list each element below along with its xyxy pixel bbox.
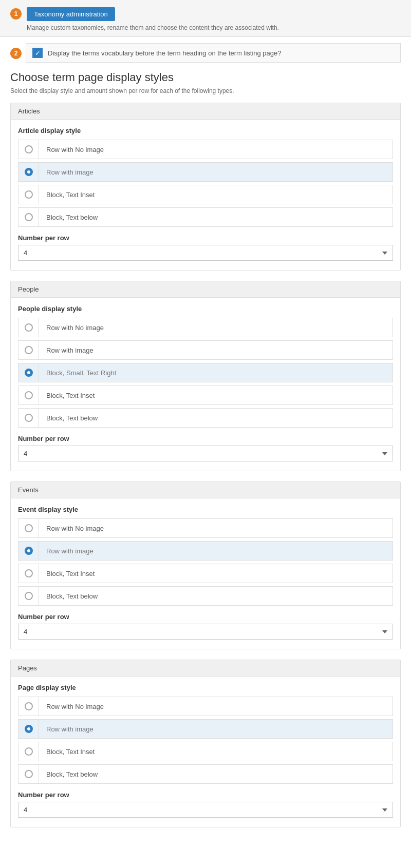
taxonomy-subtitle: Manage custom taxonomies, rename them an… (27, 24, 401, 31)
sections-container: ArticlesArticle display styleRow with No… (10, 103, 401, 827)
radio-text-articles-no-image: Row with No image (39, 146, 111, 153)
style-label-articles: Article display style (18, 127, 393, 134)
radio-option-articles-text-inset[interactable]: Block, Text Inset (18, 185, 393, 204)
radio-icon-pages-text-inset (18, 742, 39, 761)
radio-icon-pages-no-image (18, 697, 39, 716)
number-select-people[interactable]: 123456 (18, 446, 393, 461)
page-description: Select the display style and amount show… (10, 87, 401, 94)
radio-option-people-small-text-right[interactable]: Block, Small, Text Right (18, 363, 393, 382)
section-body-people: People display styleRow with No imageRow… (11, 298, 400, 471)
radio-option-pages-text-inset[interactable]: Block, Text Inset (18, 742, 393, 761)
number-per-row-events: Number per row123456 (18, 613, 393, 640)
section-articles: ArticlesArticle display styleRow with No… (10, 103, 401, 271)
number-select-pages[interactable]: 123456 (18, 802, 393, 818)
vocabulary-checkbox-row[interactable]: Display the terms vocabulary before the … (26, 43, 401, 63)
radio-circle-people-text-inset (25, 391, 33, 399)
radio-circle-events-no-image (25, 524, 33, 532)
radio-option-pages-no-image[interactable]: Row with No image (18, 697, 393, 716)
section-header-pages: Pages (11, 660, 400, 677)
radio-icon-pages-text-below (18, 765, 39, 783)
radio-text-people-with-image: Row with image (39, 346, 101, 354)
radio-circle-events-text-below (25, 592, 33, 600)
section-body-articles: Article display styleRow with No imageRo… (11, 120, 400, 270)
section-header-events: Events (11, 482, 400, 498)
section-body-events: Event display styleRow with No imageRow … (11, 498, 400, 649)
step-badge-2: 2 (10, 48, 22, 59)
radio-option-people-text-below[interactable]: Block, Text below (18, 408, 393, 428)
radio-option-events-with-image[interactable]: Row with image (18, 541, 393, 561)
radio-icon-people-small-text-right (18, 363, 39, 382)
radio-option-pages-with-image[interactable]: Row with image (18, 719, 393, 739)
radio-text-events-text-below: Block, Text below (39, 592, 105, 600)
radio-icon-pages-with-image (18, 720, 39, 738)
number-select-events[interactable]: 123456 (18, 624, 393, 640)
radio-option-articles-with-image[interactable]: Row with image (18, 162, 393, 182)
radio-circle-articles-with-image (25, 168, 33, 176)
style-label-events: Event display style (18, 506, 393, 513)
radio-text-people-text-below: Block, Text below (39, 414, 105, 422)
radio-icon-people-text-below (18, 409, 39, 427)
radio-icon-articles-text-below (18, 208, 39, 226)
radio-option-people-with-image[interactable]: Row with image (18, 340, 393, 360)
section-body-pages: Page display styleRow with No imageRow w… (11, 677, 400, 827)
number-select-articles[interactable]: 123456 (18, 245, 393, 261)
radio-icon-people-text-inset (18, 386, 39, 404)
radio-circle-pages-text-inset (25, 747, 33, 756)
section-events: EventsEvent display styleRow with No ima… (10, 481, 401, 649)
radio-text-pages-text-below: Block, Text below (39, 770, 105, 778)
radio-icon-articles-no-image (18, 140, 39, 159)
radio-circle-events-text-inset (25, 569, 33, 577)
radio-text-people-no-image: Row with No image (39, 324, 111, 332)
radio-text-people-text-inset: Block, Text Inset (39, 392, 102, 399)
section-pages: PagesPage display styleRow with No image… (10, 660, 401, 827)
radio-circle-people-text-below (25, 414, 33, 422)
radio-option-events-text-inset[interactable]: Block, Text Inset (18, 564, 393, 583)
radio-option-articles-no-image[interactable]: Row with No image (18, 140, 393, 159)
radio-option-events-no-image[interactable]: Row with No image (18, 518, 393, 538)
section-header-articles: Articles (11, 103, 400, 120)
page-title: Choose term page display styles (10, 71, 401, 84)
radio-text-pages-no-image: Row with No image (39, 703, 111, 710)
radio-icon-events-text-below (18, 587, 39, 605)
radio-circle-articles-text-below (25, 213, 33, 221)
number-label-events: Number per row (18, 613, 393, 621)
radio-circle-people-small-text-right (25, 369, 33, 377)
number-label-people: Number per row (18, 435, 393, 442)
radio-icon-events-text-inset (18, 564, 39, 583)
radio-icon-events-no-image (18, 519, 39, 537)
radio-circle-articles-text-inset (25, 190, 33, 199)
radio-option-people-no-image[interactable]: Row with No image (18, 318, 393, 337)
number-per-row-people: Number per row123456 (18, 435, 393, 461)
radio-option-people-text-inset[interactable]: Block, Text Inset (18, 385, 393, 405)
radio-text-articles-with-image: Row with image (39, 168, 101, 176)
radio-icon-people-with-image (18, 341, 39, 359)
vocabulary-checkbox-label: Display the terms vocabulary before the … (48, 49, 282, 57)
radio-option-pages-text-below[interactable]: Block, Text below (18, 764, 393, 784)
step-badge-1: 1 (10, 8, 22, 20)
style-label-pages: Page display style (18, 684, 393, 691)
radio-text-events-text-inset: Block, Text Inset (39, 570, 102, 577)
number-per-row-pages: Number per row123456 (18, 791, 393, 818)
radio-option-events-text-below[interactable]: Block, Text below (18, 586, 393, 606)
radio-option-articles-text-below[interactable]: Block, Text below (18, 207, 393, 227)
vocabulary-checkbox[interactable] (32, 48, 43, 58)
radio-icon-articles-text-inset (18, 185, 39, 204)
radio-circle-articles-no-image (25, 145, 33, 153)
radio-text-events-no-image: Row with No image (39, 525, 111, 532)
radio-icon-people-no-image (18, 318, 39, 337)
section-header-people: People (11, 281, 400, 298)
radio-text-events-with-image: Row with image (39, 547, 101, 555)
number-label-pages: Number per row (18, 791, 393, 799)
radio-icon-articles-with-image (18, 163, 39, 181)
number-per-row-articles: Number per row123456 (18, 234, 393, 261)
radio-circle-pages-no-image (25, 702, 33, 710)
radio-circle-people-with-image (25, 346, 33, 354)
radio-circle-events-with-image (25, 547, 33, 555)
radio-text-articles-text-below: Block, Text below (39, 214, 105, 221)
radio-circle-pages-text-below (25, 770, 33, 778)
style-label-people: People display style (18, 305, 393, 313)
radio-text-pages-text-inset: Block, Text Inset (39, 748, 102, 756)
number-label-articles: Number per row (18, 234, 393, 242)
radio-icon-events-with-image (18, 542, 39, 560)
taxonomy-admin-button[interactable]: Taxonomy administration (27, 7, 115, 21)
